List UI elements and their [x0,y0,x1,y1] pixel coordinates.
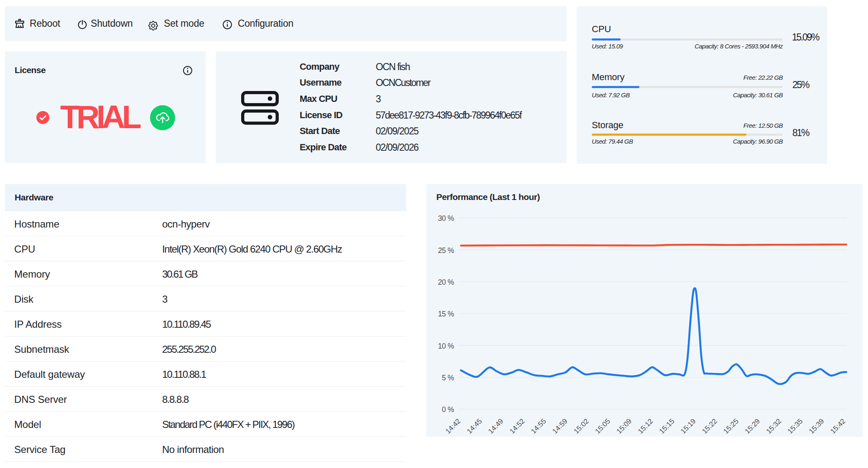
svg-text:25 %: 25 % [438,246,454,255]
svg-text:15 %: 15 % [438,310,454,318]
svg-text:15:15: 15:15 [658,417,676,435]
svg-text:14:52: 14:52 [508,417,527,435]
svg-text:15:05: 15:05 [594,417,612,435]
svg-text:14:59: 14:59 [551,417,569,435]
svg-text:5 %: 5 % [442,374,454,382]
svg-text:14:42: 14:42 [444,417,462,435]
svg-text:15:39: 15:39 [807,417,826,435]
svg-text:14:49: 14:49 [487,417,505,435]
svg-text:15:09: 15:09 [615,417,634,435]
svg-text:14:45: 14:45 [466,417,484,435]
svg-text:20 %: 20 % [438,278,454,286]
svg-text:15:29: 15:29 [743,417,762,435]
svg-text:15:35: 15:35 [786,417,804,435]
svg-text:15:19: 15:19 [679,417,697,435]
svg-text:0 %: 0 % [442,405,454,414]
svg-text:30 %: 30 % [438,214,454,223]
svg-text:15:32: 15:32 [765,417,783,435]
svg-text:15:02: 15:02 [572,417,591,435]
svg-text:15:22: 15:22 [700,417,719,435]
svg-text:10 %: 10 % [438,342,454,350]
svg-text:14:55: 14:55 [529,417,548,435]
svg-text:15:12: 15:12 [636,417,655,435]
svg-text:15:25: 15:25 [722,417,741,435]
svg-text:15:42: 15:42 [829,417,847,435]
